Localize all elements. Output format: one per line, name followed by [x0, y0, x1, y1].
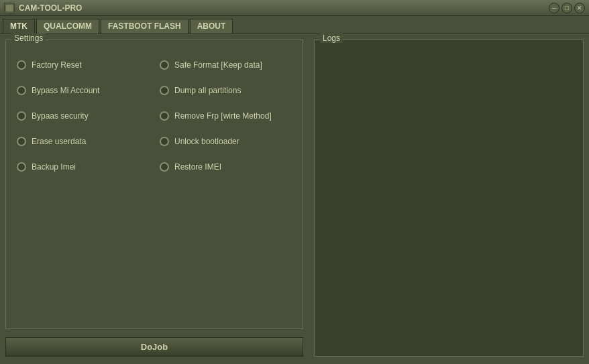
maximize-button[interactable]: □ [561, 3, 572, 13]
radio-backup-imei[interactable] [17, 162, 26, 172]
minimize-button[interactable]: ─ [549, 3, 559, 13]
tabs-bar: MTK QUALCOMM FASTBOOT FLASH ABOUT [0, 16, 589, 34]
right-panel: Logs [309, 34, 589, 362]
radio-bypass-mi-account[interactable] [17, 86, 26, 95]
logs-legend: Logs [320, 34, 343, 43]
radio-grid: Factory Reset Safe Format [Keep data] By… [11, 52, 297, 180]
left-panel: Settings Factory Reset Safe Format [Keep… [0, 34, 309, 362]
svg-rect-0 [6, 5, 13, 11]
app-icon [4, 3, 15, 13]
option-erase-userdata[interactable]: Erase userdata [11, 129, 154, 154]
tab-qualcomm[interactable]: QUALCOMM [36, 19, 99, 34]
title-bar: CAM-TOOL-PRO ─ □ ✕ [0, 0, 589, 16]
option-remove-frp[interactable]: Remove Frp [wirte Method] [154, 103, 297, 129]
radio-erase-userdata[interactable] [17, 137, 26, 146]
option-dump-all-partitions[interactable]: Dump all partitions [154, 78, 297, 103]
label-safe-format: Safe Format [Keep data] [174, 60, 262, 70]
radio-restore-imei[interactable] [160, 162, 169, 172]
label-dump-all-partitions: Dump all partitions [174, 86, 241, 95]
option-bypass-security[interactable]: Bypaas security [11, 103, 154, 129]
option-restore-imei[interactable]: Restore IMEI [154, 154, 297, 180]
radio-safe-format[interactable] [160, 60, 169, 70]
tab-mtk[interactable]: MTK [3, 19, 35, 34]
label-bypass-security: Bypaas security [32, 111, 89, 121]
label-backup-imei: Backup Imei [32, 162, 76, 172]
settings-legend: Settings [11, 34, 46, 43]
option-backup-imei[interactable]: Backup Imei [11, 154, 154, 180]
radio-dump-all-partitions[interactable] [160, 86, 169, 95]
dojob-button[interactable]: DoJob [5, 337, 303, 357]
option-bypass-mi-account[interactable]: Bypass Mi Account [11, 78, 154, 103]
radio-bypass-security[interactable] [17, 111, 26, 121]
label-erase-userdata: Erase userdata [32, 137, 86, 146]
settings-group: Settings Factory Reset Safe Format [Keep… [5, 40, 303, 329]
main-content: Settings Factory Reset Safe Format [Keep… [0, 34, 589, 362]
label-bypass-mi-account: Bypass Mi Account [32, 86, 99, 95]
logs-group: Logs [314, 40, 584, 357]
logs-content [315, 43, 583, 359]
radio-unlock-bootloader[interactable] [160, 137, 169, 146]
radio-factory-reset[interactable] [17, 60, 26, 70]
tab-about[interactable]: ABOUT [190, 19, 233, 34]
window-controls: ─ □ ✕ [549, 3, 585, 13]
label-factory-reset: Factory Reset [32, 60, 82, 70]
label-remove-frp: Remove Frp [wirte Method] [174, 111, 272, 121]
label-restore-imei: Restore IMEI [174, 162, 221, 172]
option-unlock-bootloader[interactable]: Unlock bootloader [154, 129, 297, 154]
radio-remove-frp[interactable] [160, 111, 169, 121]
option-safe-format[interactable]: Safe Format [Keep data] [154, 52, 297, 78]
close-button[interactable]: ✕ [574, 3, 585, 13]
label-unlock-bootloader: Unlock bootloader [174, 137, 239, 146]
tab-fastboot[interactable]: FASTBOOT FLASH [101, 19, 189, 34]
app-title: CAM-TOOL-PRO [19, 3, 549, 13]
option-factory-reset[interactable]: Factory Reset [11, 52, 154, 78]
